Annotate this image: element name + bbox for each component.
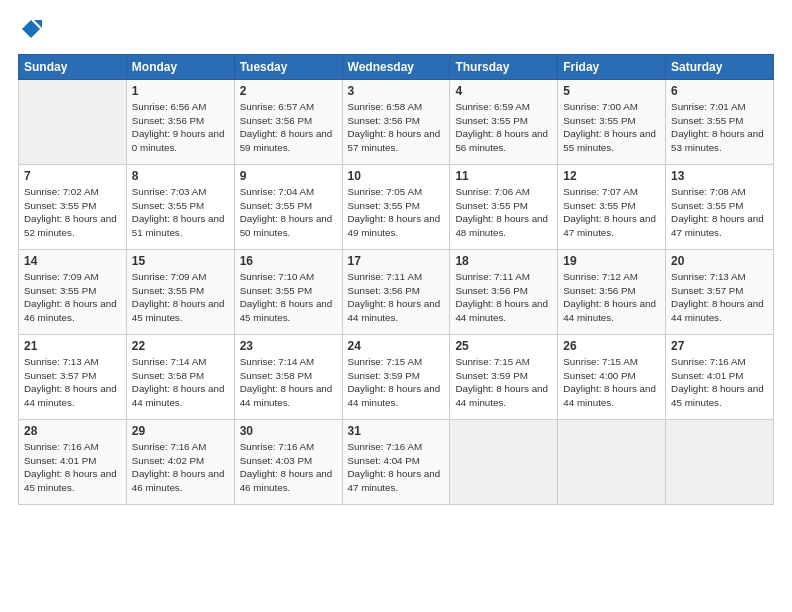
day-info: Sunrise: 7:02 AMSunset: 3:55 PMDaylight:… bbox=[24, 185, 121, 240]
calendar-header-monday: Monday bbox=[126, 55, 234, 80]
calendar-cell: 8Sunrise: 7:03 AMSunset: 3:55 PMDaylight… bbox=[126, 165, 234, 250]
day-info: Sunrise: 7:09 AMSunset: 3:55 PMDaylight:… bbox=[132, 270, 229, 325]
day-number: 20 bbox=[671, 254, 768, 268]
day-number: 18 bbox=[455, 254, 552, 268]
day-number: 11 bbox=[455, 169, 552, 183]
calendar-cell: 29Sunrise: 7:16 AMSunset: 4:02 PMDayligh… bbox=[126, 420, 234, 505]
day-number: 13 bbox=[671, 169, 768, 183]
day-info: Sunrise: 7:04 AMSunset: 3:55 PMDaylight:… bbox=[240, 185, 337, 240]
calendar-header-row: SundayMondayTuesdayWednesdayThursdayFrid… bbox=[19, 55, 774, 80]
calendar-cell: 15Sunrise: 7:09 AMSunset: 3:55 PMDayligh… bbox=[126, 250, 234, 335]
day-info: Sunrise: 7:07 AMSunset: 3:55 PMDaylight:… bbox=[563, 185, 660, 240]
day-number: 28 bbox=[24, 424, 121, 438]
calendar-cell bbox=[450, 420, 558, 505]
calendar-cell: 5Sunrise: 7:00 AMSunset: 3:55 PMDaylight… bbox=[558, 80, 666, 165]
day-number: 10 bbox=[348, 169, 445, 183]
day-number: 17 bbox=[348, 254, 445, 268]
calendar-cell: 28Sunrise: 7:16 AMSunset: 4:01 PMDayligh… bbox=[19, 420, 127, 505]
day-info: Sunrise: 7:03 AMSunset: 3:55 PMDaylight:… bbox=[132, 185, 229, 240]
day-info: Sunrise: 7:13 AMSunset: 3:57 PMDaylight:… bbox=[24, 355, 121, 410]
calendar-cell: 27Sunrise: 7:16 AMSunset: 4:01 PMDayligh… bbox=[666, 335, 774, 420]
day-number: 12 bbox=[563, 169, 660, 183]
calendar-cell: 18Sunrise: 7:11 AMSunset: 3:56 PMDayligh… bbox=[450, 250, 558, 335]
calendar-cell: 31Sunrise: 7:16 AMSunset: 4:04 PMDayligh… bbox=[342, 420, 450, 505]
logo-icon bbox=[20, 18, 42, 40]
calendar-header-saturday: Saturday bbox=[666, 55, 774, 80]
day-number: 2 bbox=[240, 84, 337, 98]
calendar-header-wednesday: Wednesday bbox=[342, 55, 450, 80]
calendar-week-row: 21Sunrise: 7:13 AMSunset: 3:57 PMDayligh… bbox=[19, 335, 774, 420]
day-info: Sunrise: 7:16 AMSunset: 4:01 PMDaylight:… bbox=[24, 440, 121, 495]
calendar-cell: 9Sunrise: 7:04 AMSunset: 3:55 PMDaylight… bbox=[234, 165, 342, 250]
calendar-header-friday: Friday bbox=[558, 55, 666, 80]
calendar-cell: 21Sunrise: 7:13 AMSunset: 3:57 PMDayligh… bbox=[19, 335, 127, 420]
calendar-cell bbox=[558, 420, 666, 505]
day-number: 23 bbox=[240, 339, 337, 353]
calendar-cell: 25Sunrise: 7:15 AMSunset: 3:59 PMDayligh… bbox=[450, 335, 558, 420]
day-info: Sunrise: 7:14 AMSunset: 3:58 PMDaylight:… bbox=[132, 355, 229, 410]
day-info: Sunrise: 7:08 AMSunset: 3:55 PMDaylight:… bbox=[671, 185, 768, 240]
day-info: Sunrise: 7:16 AMSunset: 4:02 PMDaylight:… bbox=[132, 440, 229, 495]
calendar-week-row: 28Sunrise: 7:16 AMSunset: 4:01 PMDayligh… bbox=[19, 420, 774, 505]
day-info: Sunrise: 7:00 AMSunset: 3:55 PMDaylight:… bbox=[563, 100, 660, 155]
header bbox=[18, 18, 774, 44]
calendar-cell: 12Sunrise: 7:07 AMSunset: 3:55 PMDayligh… bbox=[558, 165, 666, 250]
calendar-cell: 10Sunrise: 7:05 AMSunset: 3:55 PMDayligh… bbox=[342, 165, 450, 250]
day-number: 9 bbox=[240, 169, 337, 183]
page: SundayMondayTuesdayWednesdayThursdayFrid… bbox=[0, 0, 792, 612]
day-info: Sunrise: 7:16 AMSunset: 4:01 PMDaylight:… bbox=[671, 355, 768, 410]
calendar-table: SundayMondayTuesdayWednesdayThursdayFrid… bbox=[18, 54, 774, 505]
day-info: Sunrise: 7:15 AMSunset: 3:59 PMDaylight:… bbox=[348, 355, 445, 410]
calendar-cell: 2Sunrise: 6:57 AMSunset: 3:56 PMDaylight… bbox=[234, 80, 342, 165]
day-info: Sunrise: 7:16 AMSunset: 4:04 PMDaylight:… bbox=[348, 440, 445, 495]
day-info: Sunrise: 7:13 AMSunset: 3:57 PMDaylight:… bbox=[671, 270, 768, 325]
day-number: 14 bbox=[24, 254, 121, 268]
day-info: Sunrise: 7:06 AMSunset: 3:55 PMDaylight:… bbox=[455, 185, 552, 240]
calendar-cell: 4Sunrise: 6:59 AMSunset: 3:55 PMDaylight… bbox=[450, 80, 558, 165]
day-number: 4 bbox=[455, 84, 552, 98]
day-number: 26 bbox=[563, 339, 660, 353]
calendar-header-thursday: Thursday bbox=[450, 55, 558, 80]
calendar-cell: 6Sunrise: 7:01 AMSunset: 3:55 PMDaylight… bbox=[666, 80, 774, 165]
day-info: Sunrise: 7:12 AMSunset: 3:56 PMDaylight:… bbox=[563, 270, 660, 325]
day-number: 29 bbox=[132, 424, 229, 438]
day-info: Sunrise: 6:58 AMSunset: 3:56 PMDaylight:… bbox=[348, 100, 445, 155]
calendar-cell: 11Sunrise: 7:06 AMSunset: 3:55 PMDayligh… bbox=[450, 165, 558, 250]
calendar-cell: 13Sunrise: 7:08 AMSunset: 3:55 PMDayligh… bbox=[666, 165, 774, 250]
calendar-header-tuesday: Tuesday bbox=[234, 55, 342, 80]
calendar-cell: 24Sunrise: 7:15 AMSunset: 3:59 PMDayligh… bbox=[342, 335, 450, 420]
calendar-cell: 23Sunrise: 7:14 AMSunset: 3:58 PMDayligh… bbox=[234, 335, 342, 420]
day-number: 5 bbox=[563, 84, 660, 98]
calendar-header-sunday: Sunday bbox=[19, 55, 127, 80]
day-number: 15 bbox=[132, 254, 229, 268]
calendar-cell: 7Sunrise: 7:02 AMSunset: 3:55 PMDaylight… bbox=[19, 165, 127, 250]
day-number: 21 bbox=[24, 339, 121, 353]
day-info: Sunrise: 7:05 AMSunset: 3:55 PMDaylight:… bbox=[348, 185, 445, 240]
calendar-cell: 26Sunrise: 7:15 AMSunset: 4:00 PMDayligh… bbox=[558, 335, 666, 420]
day-info: Sunrise: 7:14 AMSunset: 3:58 PMDaylight:… bbox=[240, 355, 337, 410]
calendar-cell: 20Sunrise: 7:13 AMSunset: 3:57 PMDayligh… bbox=[666, 250, 774, 335]
day-number: 8 bbox=[132, 169, 229, 183]
day-number: 22 bbox=[132, 339, 229, 353]
day-number: 1 bbox=[132, 84, 229, 98]
calendar-cell: 30Sunrise: 7:16 AMSunset: 4:03 PMDayligh… bbox=[234, 420, 342, 505]
calendar-cell bbox=[19, 80, 127, 165]
day-number: 31 bbox=[348, 424, 445, 438]
calendar-week-row: 1Sunrise: 6:56 AMSunset: 3:56 PMDaylight… bbox=[19, 80, 774, 165]
day-info: Sunrise: 7:15 AMSunset: 4:00 PMDaylight:… bbox=[563, 355, 660, 410]
day-number: 6 bbox=[671, 84, 768, 98]
day-number: 3 bbox=[348, 84, 445, 98]
day-number: 25 bbox=[455, 339, 552, 353]
calendar-week-row: 7Sunrise: 7:02 AMSunset: 3:55 PMDaylight… bbox=[19, 165, 774, 250]
calendar-cell: 22Sunrise: 7:14 AMSunset: 3:58 PMDayligh… bbox=[126, 335, 234, 420]
day-info: Sunrise: 6:59 AMSunset: 3:55 PMDaylight:… bbox=[455, 100, 552, 155]
day-info: Sunrise: 6:57 AMSunset: 3:56 PMDaylight:… bbox=[240, 100, 337, 155]
day-info: Sunrise: 7:16 AMSunset: 4:03 PMDaylight:… bbox=[240, 440, 337, 495]
day-number: 7 bbox=[24, 169, 121, 183]
calendar-cell: 17Sunrise: 7:11 AMSunset: 3:56 PMDayligh… bbox=[342, 250, 450, 335]
calendar-cell: 14Sunrise: 7:09 AMSunset: 3:55 PMDayligh… bbox=[19, 250, 127, 335]
day-number: 24 bbox=[348, 339, 445, 353]
day-info: Sunrise: 7:10 AMSunset: 3:55 PMDaylight:… bbox=[240, 270, 337, 325]
day-info: Sunrise: 7:11 AMSunset: 3:56 PMDaylight:… bbox=[348, 270, 445, 325]
logo bbox=[18, 18, 42, 44]
